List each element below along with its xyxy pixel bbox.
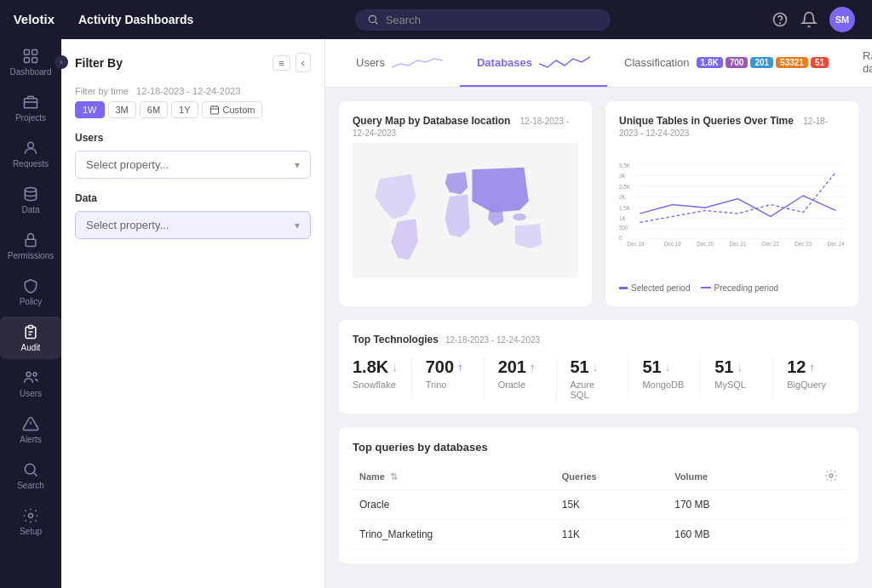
svg-text:Dec 18: Dec 18 xyxy=(628,241,645,247)
svg-point-6 xyxy=(25,188,36,192)
svg-rect-4 xyxy=(25,99,37,108)
users-property-dropdown[interactable]: Select property... ▾ xyxy=(75,151,311,179)
row-name-1: Trino_Marketing xyxy=(353,520,555,550)
tech-item-oracle: 201 ↑ Oracle xyxy=(485,357,557,400)
sidebar-item-requests-label: Requests xyxy=(13,159,49,168)
classification-badges: 1.8K 700 201 53321 51 xyxy=(697,57,829,68)
table-row: Trino_Marketing 11K 160 MB xyxy=(353,520,845,550)
sidebar-item-search[interactable]: Search xyxy=(0,454,61,497)
calendar-icon xyxy=(209,105,220,115)
svg-text:Dec 23: Dec 23 xyxy=(795,241,812,247)
time-button-3m[interactable]: 3M xyxy=(108,101,136,118)
main-content: Activity Dashboards Search SM Filter By … xyxy=(61,0,872,588)
tech-item-trino: 700 ↑ Trino xyxy=(412,357,485,400)
tab-classification[interactable]: Classification 1.8K 700 201 53321 51 xyxy=(607,39,846,87)
table-settings-icon[interactable] xyxy=(824,469,838,482)
sidebar-item-requests[interactable]: Requests xyxy=(0,133,61,175)
world-map-svg xyxy=(353,142,578,278)
time-button-1y[interactable]: 1Y xyxy=(171,101,198,118)
col-settings[interactable] xyxy=(782,464,845,490)
time-button-6m[interactable]: 6M xyxy=(140,101,168,118)
svg-text:Dec 24: Dec 24 xyxy=(828,241,845,247)
row-volume-1: 160 MB xyxy=(668,520,781,550)
help-icon[interactable] xyxy=(772,11,789,28)
sidebar-item-data[interactable]: Data xyxy=(0,179,61,221)
svg-point-23 xyxy=(513,214,526,220)
arrow-down-icon: ↓ xyxy=(392,361,398,374)
filter-panel-title: Filter By xyxy=(75,56,123,70)
filter-collapse-button[interactable]: ‹ xyxy=(295,53,311,72)
search-bar[interactable]: Search xyxy=(355,9,611,31)
sidebar-item-search-label: Search xyxy=(17,481,44,490)
filter-time-range: 12-18-2023 - 12-24-2023 xyxy=(136,86,240,96)
arrow-down-azure-icon: ↓ xyxy=(593,361,599,374)
tech-name-oracle: Oracle xyxy=(498,380,542,390)
tech-item-snowflake: 1.8K ↓ Snowflake xyxy=(353,357,412,400)
line-chart-container: 3.5K 3K 2.5K 2K 1.5K 1K 500 0 xyxy=(619,142,845,278)
sidebar-item-users[interactable]: Users xyxy=(0,363,61,405)
y-label-6: 500 xyxy=(619,225,628,231)
data-property-dropdown[interactable]: Select property... ▾ xyxy=(75,211,311,239)
tab-databases[interactable]: Databases xyxy=(460,39,607,87)
tab-users[interactable]: Users xyxy=(339,39,460,87)
filter-data-label: Data xyxy=(75,192,311,204)
row-queries-1: 11K xyxy=(555,520,668,550)
dashboard-content: Query Map by Database location 12-18-202… xyxy=(325,88,872,577)
tech-count-oracle: 201 ↑ xyxy=(498,357,542,377)
time-button-custom[interactable]: Custom xyxy=(202,101,263,118)
sidebar-item-audit[interactable]: Audit xyxy=(0,317,61,359)
arrow-down-mongo-icon: ↓ xyxy=(665,361,671,374)
sidebar-item-alerts[interactable]: Alerts xyxy=(0,408,61,451)
user-avatar[interactable]: SM xyxy=(829,7,855,32)
badge-5: 51 xyxy=(811,57,829,68)
tech-count-trino: 700 ↑ xyxy=(426,357,470,377)
arrow-down-mysql-icon: ↓ xyxy=(737,361,743,374)
sort-icon[interactable]: ⇅ xyxy=(390,471,398,482)
app-logo[interactable]: Velotix xyxy=(0,10,61,27)
y-label-1: 3K xyxy=(619,173,626,179)
svg-rect-8 xyxy=(29,326,33,328)
arrow-up-icon-oracle: ↑ xyxy=(530,361,536,374)
tab-users-label: Users xyxy=(356,56,385,69)
top-queries-card: Top queries by databases Name ⇅ Queries … xyxy=(339,427,858,563)
tech-item-bigquery: 12 ↑ BigQuery xyxy=(773,357,845,400)
tech-name-mongodb: MongoDB xyxy=(642,380,686,390)
tab-raw-data[interactable]: Raw data xyxy=(846,39,872,87)
tech-name-mysql: MySQL xyxy=(714,380,759,390)
svg-point-9 xyxy=(26,372,31,376)
legend-selected: Selected period xyxy=(619,283,691,293)
tech-name-trino: Trino xyxy=(426,380,470,390)
queries-table: Name ⇅ Queries Volume xyxy=(353,464,845,550)
svg-text:Dec 21: Dec 21 xyxy=(730,241,747,247)
sidebar-item-permissions[interactable]: Permissions xyxy=(0,225,61,267)
row-queries-0: 15K xyxy=(555,490,668,520)
sidebar-item-policy[interactable]: Policy xyxy=(0,271,61,313)
sidebar-item-projects[interactable]: Projects xyxy=(0,87,61,129)
top-queries-title: Top queries by databases xyxy=(353,441,845,454)
sidebar-item-setup[interactable]: Setup xyxy=(0,500,61,543)
svg-point-5 xyxy=(28,142,34,148)
badge-3: 201 xyxy=(750,57,773,68)
filter-reset-button[interactable]: ≡ xyxy=(272,55,290,71)
legend-preceding-dot xyxy=(701,287,711,289)
svg-rect-2 xyxy=(25,58,30,63)
svg-point-14 xyxy=(29,514,33,518)
search-placeholder: Search xyxy=(386,14,421,26)
arrow-up-bigquery-icon: ↑ xyxy=(809,361,815,374)
sidebar-item-dashboard[interactable]: Dashboard › xyxy=(0,41,61,83)
tech-name-snowflake: Snowflake xyxy=(353,380,398,390)
tech-date: 12-18-2023 - 12-24-2023 xyxy=(445,335,540,345)
tech-count-azure: 51 ↓ xyxy=(571,357,615,377)
tech-count-snowflake: 1.8K ↓ xyxy=(353,357,398,377)
cards-row: Query Map by Database location 12-18-202… xyxy=(339,101,858,306)
top-technologies-card: Top Technologies 12-18-2023 - 12-24-2023… xyxy=(339,320,858,414)
tab-classification-label: Classification xyxy=(624,56,690,69)
time-button-1w[interactable]: 1W xyxy=(75,101,105,118)
unique-tables-card: Unique Tables in Queries Over Time 12-18… xyxy=(605,101,858,306)
sidebar-item-users-label: Users xyxy=(20,389,42,398)
world-map-container xyxy=(353,142,578,278)
bell-icon[interactable] xyxy=(800,11,818,28)
tabs-row: Users Databases Classification 1.8K 700 xyxy=(325,39,872,88)
query-map-title: Query Map by Database location 12-18-202… xyxy=(353,115,578,139)
sidebar-item-projects-label: Projects xyxy=(15,113,46,123)
